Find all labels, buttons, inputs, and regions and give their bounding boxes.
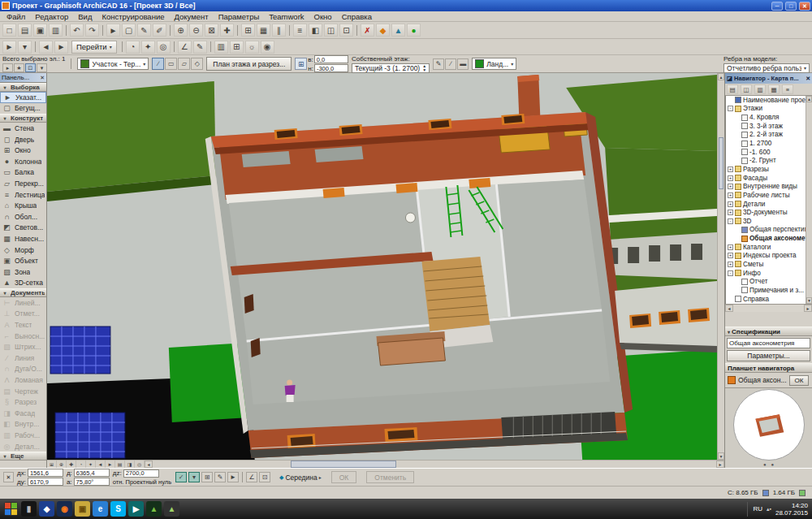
cursor-toggle-icon[interactable]: ►	[227, 472, 239, 482]
toolbox-item[interactable]: ∕ Линия	[0, 352, 46, 364]
tree-item[interactable]: Общая аксонометрия	[726, 234, 806, 243]
archicad-icon[interactable]: ▲	[146, 501, 162, 517]
folder-icon[interactable]: ▣	[75, 501, 90, 517]
tree-item[interactable]: + Каталоги	[726, 243, 806, 252]
tree-item[interactable]: + Разрезы	[726, 165, 806, 174]
organizer-icon[interactable]: ▥	[214, 41, 228, 54]
toolbox-item[interactable]: ⌐ Выносн...	[0, 331, 46, 342]
tree-item[interactable]: -2. Грунт	[726, 156, 806, 165]
camera-icon[interactable]: ◉	[261, 41, 274, 54]
menu-item[interactable]: Окно	[309, 12, 337, 21]
tree-item[interactable]: + Внутренние виды	[726, 182, 806, 191]
project-map-icon[interactable]: ▤	[727, 84, 738, 94]
explore-icon[interactable]: ✦	[141, 41, 155, 54]
toolbox-item[interactable]: ◧ Внутр...	[0, 419, 46, 430]
angle-input[interactable]: 75,80°	[74, 478, 110, 486]
selection-info-icon[interactable]: ⊡	[25, 63, 36, 72]
mini-walk-icon[interactable]: ✦	[86, 461, 96, 468]
tree-toggle-icon[interactable]: -	[728, 106, 733, 111]
tree-item[interactable]: Общая перспектива	[726, 226, 806, 235]
mini-next-icon[interactable]: ►	[106, 461, 115, 468]
mini-fit-icon[interactable]: ⊞	[47, 461, 57, 468]
tree-toggle-icon[interactable]: +	[728, 167, 733, 172]
top-offset-input[interactable]: 0,0	[314, 55, 348, 63]
grid-snap-icon[interactable]: ⊞	[241, 24, 255, 37]
console-icon[interactable]: ▮	[21, 501, 37, 517]
mini-pan-icon[interactable]: ✚	[67, 461, 76, 468]
previous-view-icon[interactable]: ◄	[39, 41, 53, 54]
mini-layout-icon[interactable]: ▤	[115, 461, 125, 468]
sun-icon[interactable]: ☼	[245, 41, 259, 54]
floor-plan-cut-button[interactable]: План этажа и разрез...	[206, 57, 292, 71]
structure-icon[interactable]: ▬	[457, 58, 469, 70]
toolbox-item[interactable]: ⌂ Крыша	[0, 200, 46, 211]
viewport-hscrollbar[interactable]: ◄ ►	[145, 461, 724, 468]
toolbox-item[interactable]: ▾ Документы	[0, 288, 46, 297]
specifications-value-field[interactable]: Общая аксонометрия	[727, 338, 810, 348]
media-icon[interactable]: ▶	[128, 501, 144, 517]
tree-item[interactable]: -1. 600	[726, 148, 806, 157]
layers-icon[interactable]: ≡	[293, 24, 307, 37]
pen-settings-icon[interactable]: ✎	[433, 58, 444, 70]
save-project-icon[interactable]: ▣	[33, 24, 47, 37]
toolbox-titlebar[interactable]: Панель... ✕	[0, 73, 46, 83]
spinner-icon[interactable]: ▲▼	[422, 64, 426, 72]
measure-icon[interactable]: ∠	[178, 41, 192, 54]
toolbox-item[interactable]: ◨ Фасад	[0, 408, 46, 419]
dy-input[interactable]: 6170,9	[28, 478, 63, 486]
scroll-left-icon[interactable]: ◄	[145, 461, 153, 468]
open-project-icon[interactable]: ▤	[18, 24, 32, 37]
group-icon[interactable]: ◫	[324, 24, 338, 37]
ie-icon[interactable]: e	[93, 501, 108, 517]
distance-input[interactable]: 6365,4	[74, 469, 110, 477]
explorer-icon[interactable]: ◆	[39, 501, 54, 517]
tree-toggle-icon[interactable]: -	[728, 218, 733, 224]
tree-item[interactable]: Справка	[726, 295, 806, 304]
menu-item[interactable]: Справка	[337, 12, 377, 21]
mini-shadow-icon[interactable]: ◨	[125, 461, 135, 468]
close-button[interactable]: ✕	[799, 2, 810, 11]
parameters-pickup-icon[interactable]: ✐	[153, 24, 166, 37]
toolbox-item[interactable]: ▦ Навесн...	[0, 233, 46, 244]
snap-guides-icon[interactable]: ✓	[175, 472, 187, 482]
look-to-icon[interactable]: ◎	[157, 41, 171, 54]
preview-circle[interactable]	[733, 389, 805, 461]
menu-item[interactable]: Конструирование	[97, 12, 169, 21]
tree-toggle-icon[interactable]: +	[728, 210, 733, 215]
toolbox-item[interactable]: ▨ Зона	[0, 266, 46, 278]
viewport-vscrollbar[interactable]: ▲ ▼	[717, 73, 724, 460]
tree-item[interactable]: 4. Кровля	[726, 113, 806, 122]
tree-toggle-icon[interactable]: +	[728, 244, 733, 250]
mini-prev-icon[interactable]: ◄	[96, 461, 106, 468]
toolbox-item[interactable]: ◩ Светов...	[0, 223, 46, 234]
favorites-icon[interactable]: ★	[14, 63, 24, 72]
tree-item[interactable]: - 3D	[726, 217, 806, 226]
toolbox-item[interactable]: ▾ Конструкт	[0, 114, 46, 123]
toolbox-item[interactable]: ▣ Объект	[0, 255, 46, 266]
menu-item[interactable]: Документ	[169, 12, 213, 21]
geometry-polyline-icon[interactable]: ∕	[152, 58, 164, 70]
next-view-icon[interactable]: ►	[54, 41, 68, 54]
scroll-up-icon[interactable]: ▲	[718, 73, 724, 80]
parameters-button[interactable]: Параметры...	[727, 350, 810, 361]
quick-options-icon[interactable]: ⊞	[230, 41, 244, 54]
tree-item[interactable]: + Сметы	[726, 260, 806, 269]
mini-orbit-icon[interactable]: ◔	[76, 461, 86, 468]
arrow-options-icon[interactable]: ▾	[18, 41, 32, 54]
tree-toggle-icon[interactable]: +	[728, 201, 733, 207]
toolbox-item[interactable]: ∩ Обол...	[0, 211, 46, 223]
tree-item[interactable]: + Фасады	[726, 174, 806, 183]
navigator-preview[interactable]: ●●	[725, 387, 812, 468]
zoom-out-icon[interactable]: ⊖	[189, 24, 203, 37]
tree-item[interactable]: + 3D-документы	[726, 208, 806, 217]
coordinates-close-button[interactable]: ✕	[3, 472, 14, 482]
menu-item[interactable]: Редактор	[30, 12, 73, 21]
tree-props-icon[interactable]: ≡	[782, 84, 793, 94]
specifications-header[interactable]: ▾ Спецификации	[725, 327, 812, 336]
vscroll-thumb[interactable]	[719, 137, 723, 189]
close-icon[interactable]: ✕	[40, 75, 45, 81]
marquee-tool-icon[interactable]: ▢	[122, 24, 136, 37]
geometry-rectangle-icon[interactable]: ▭	[165, 58, 177, 70]
tray-network-icon[interactable]: ▪	[769, 506, 771, 512]
toolbox-item[interactable]: ▢ Бегущ...	[0, 103, 46, 115]
